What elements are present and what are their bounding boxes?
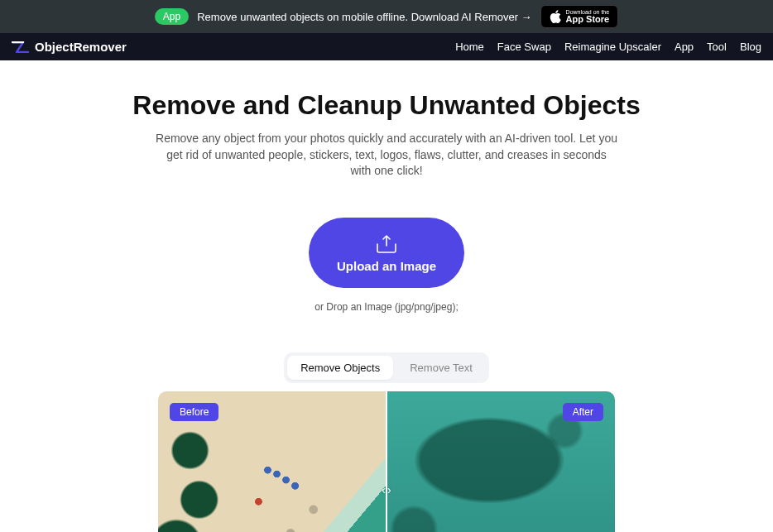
upload-section: Upload an Image or Drop an Image (jpg/pn… xyxy=(0,218,773,313)
tab-remove-text[interactable]: Remove Text xyxy=(396,356,486,380)
upload-icon xyxy=(374,234,399,254)
appstore-button[interactable]: Download on the App Store xyxy=(540,5,619,28)
page-title: Remove and Cleanup Unwanted Objects xyxy=(0,90,773,121)
logo-icon xyxy=(12,41,30,53)
nav-links: Home Face Swap Reimagine Upscaler App To… xyxy=(455,41,761,53)
nav-link-face-swap[interactable]: Face Swap xyxy=(497,41,551,53)
logo-text: ObjectRemover xyxy=(35,40,127,54)
nav-link-app[interactable]: App xyxy=(675,41,694,53)
before-badge: Before xyxy=(170,403,218,421)
page-subtitle: Remove any object from your photos quick… xyxy=(155,131,618,180)
tab-remove-objects[interactable]: Remove Objects xyxy=(287,356,393,380)
before-image: Before xyxy=(158,391,386,532)
comparison-slider[interactable]: ‹› xyxy=(386,391,387,532)
appstore-text: Download on the App Store xyxy=(566,9,610,24)
logo[interactable]: ObjectRemover xyxy=(12,40,127,54)
before-after-comparison: Before After ‹› xyxy=(158,391,615,532)
apple-icon xyxy=(550,10,561,23)
main-nav: ObjectRemover Home Face Swap Reimagine U… xyxy=(0,33,773,60)
hero: Remove and Cleanup Unwanted Objects Remo… xyxy=(0,60,773,180)
after-badge: After xyxy=(563,403,603,421)
promo-banner: App Remove unwanted objects on mobile of… xyxy=(0,0,773,33)
banner-text: Remove unwanted objects on mobile offlin… xyxy=(197,11,531,23)
nav-link-reimagine-upscaler[interactable]: Reimagine Upscaler xyxy=(564,41,661,53)
app-badge: App xyxy=(155,8,189,25)
nav-link-tool[interactable]: Tool xyxy=(707,41,727,53)
upload-label: Upload an Image xyxy=(337,259,436,273)
slider-grip-icon: ‹› xyxy=(382,483,391,496)
after-image: After xyxy=(386,391,615,532)
nav-link-blog[interactable]: Blog xyxy=(740,41,761,53)
drop-hint: or Drop an Image (jpg/png/jpeg); xyxy=(0,301,773,313)
nav-link-home[interactable]: Home xyxy=(455,41,484,53)
upload-button[interactable]: Upload an Image xyxy=(309,218,464,288)
tabs-wrap: Remove Objects Remove Text xyxy=(284,352,489,383)
tabs: Remove Objects Remove Text xyxy=(0,352,773,383)
